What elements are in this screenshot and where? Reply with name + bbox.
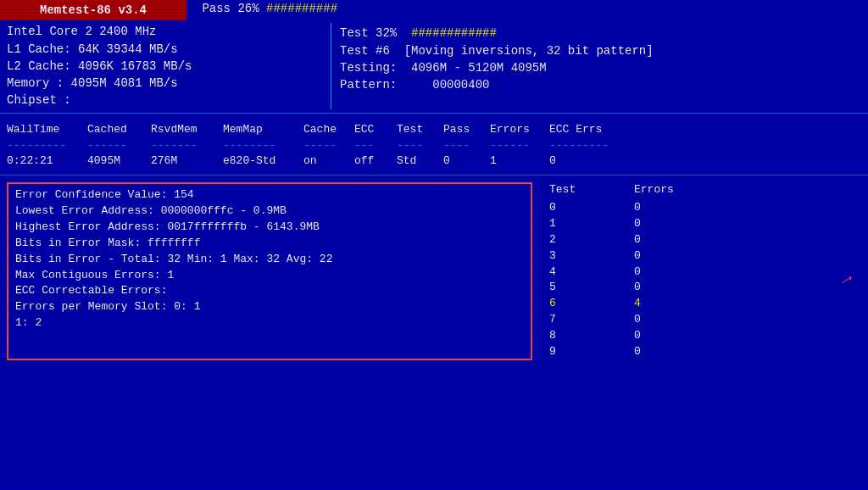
- dash-ecc: ---: [354, 138, 397, 154]
- te-row: 00: [549, 200, 861, 216]
- te-errors-val: 0: [634, 200, 641, 216]
- lowest-error: Lowest Error Address: 0000000fffc - 0.9M…: [15, 203, 524, 220]
- dash-walltime: ---------: [7, 138, 87, 154]
- cpu-info: Intel Core 2 2400 MHz: [7, 23, 331, 40]
- te-test-val: 9: [549, 344, 583, 360]
- dash-pass: ----: [443, 138, 490, 154]
- te-test-val: 5: [549, 280, 583, 296]
- dash-cache: -----: [303, 138, 354, 154]
- val-pass: 0: [443, 153, 490, 170]
- te-row: 70: [549, 312, 861, 328]
- dash-errors: ------: [490, 138, 549, 154]
- chipset-info: Chipset :: [7, 92, 331, 109]
- error-mask: Bits in Error Mask: ffffffff: [15, 236, 524, 252]
- system-info: Intel Core 2 2400 MHz L1 Cache: 64K 3934…: [0, 23, 331, 109]
- col-test-header: Test: [397, 122, 443, 138]
- bits-total: Bits in Error - Total: 32 Min: 1 Max: 32…: [15, 252, 524, 268]
- memtest-screen: Memtest-86 v3.4 Pass 26% ########## Inte…: [0, 0, 868, 490]
- stats-table: WallTime Cached RsvdMem MemMap Cache ECC…: [0, 117, 868, 172]
- te-row: 64: [549, 296, 861, 312]
- dash-test: ----: [397, 138, 443, 154]
- te-errors-val: 0: [634, 344, 641, 360]
- te-row: 30: [549, 248, 861, 264]
- col-memmap-header: MemMap: [223, 122, 303, 138]
- test-pct-row: Test 32% ############: [340, 25, 868, 42]
- te-row: 90: [549, 344, 861, 360]
- col-cache-header: Cache: [303, 122, 354, 138]
- val-walltime: 0:22:21: [7, 153, 87, 170]
- error-details-box: Error Confidence Value: 154 Lowest Error…: [7, 182, 532, 359]
- te-test-val: 8: [549, 328, 583, 344]
- pass-label: Pass 26% ##########: [186, 0, 337, 20]
- te-header-errors: Errors: [634, 182, 674, 198]
- ecc-correctable: ECC Correctable Errors:: [15, 283, 524, 299]
- val-ecc: off: [354, 153, 397, 170]
- te-header-test: Test: [549, 182, 583, 198]
- memory-info: Memory : 4095M 4081 MB/s: [7, 75, 331, 92]
- te-test-val: 0: [549, 200, 583, 216]
- dash-rsvdmem: -------: [151, 138, 223, 154]
- val-test: Std: [397, 153, 443, 170]
- dash-memmap: --------: [223, 138, 303, 154]
- te-errors-val: 4: [634, 296, 641, 312]
- val-cache: on: [303, 153, 354, 170]
- col-rsvdmem-header: RsvdMem: [151, 122, 223, 138]
- test-num-row: Test #6 [Moving inversions, 32 bit patte…: [340, 42, 868, 59]
- confidence-value: Error Confidence Value: 154: [15, 187, 524, 203]
- col-pass-header: Pass: [443, 122, 490, 138]
- pattern-row: Pattern: 00000400: [340, 76, 868, 93]
- te-test-val: 2: [549, 232, 583, 248]
- te-errors-val: 0: [634, 248, 641, 264]
- te-test-val: 7: [549, 312, 583, 328]
- max-contiguous: Max Contiguous Errors: 1: [15, 268, 524, 284]
- l2-cache: L2 Cache: 4096K 16783 MB/s: [7, 58, 331, 75]
- te-test-val: 4: [549, 264, 583, 281]
- te-test-val: 3: [549, 248, 583, 264]
- l1-cache: L1 Cache: 64K 39344 MB/s: [7, 41, 331, 58]
- col-errors-header: Errors: [490, 122, 549, 138]
- val-memmap: e820-Std: [223, 153, 303, 170]
- table-values-row: 0:22:21 4095M 276M e820-Std on off Std 0…: [7, 153, 861, 170]
- te-row: 10: [549, 216, 861, 232]
- test-errors-section: Test Errors 00102030405064708090 →: [541, 182, 861, 359]
- title-bar: Memtest-86 v3.4: [0, 0, 186, 20]
- te-test-val: 1: [549, 216, 583, 232]
- val-errors: 1: [490, 153, 549, 170]
- divider-1: [0, 113, 868, 114]
- te-row: 80: [549, 328, 861, 344]
- te-errors-val: 0: [634, 232, 641, 248]
- errors-per-slot: Errors per Memory Slot: 0: 1: [15, 299, 524, 315]
- te-errors-val: 0: [634, 280, 641, 296]
- test-progress: Test 32% ############ Test #6 [Moving in…: [331, 23, 868, 109]
- te-test-val: 6: [549, 296, 583, 312]
- col-ecc-header: ECC: [354, 122, 397, 138]
- dash-eccerrs: ---------: [549, 138, 617, 154]
- dash-cached: ------: [87, 138, 151, 154]
- te-rows: 00102030405064708090: [549, 200, 861, 359]
- te-errors-val: 0: [634, 264, 641, 281]
- errors-per-slot-2: 1: 2: [15, 315, 524, 331]
- col-cached-header: Cached: [87, 122, 151, 138]
- main-section: Error Confidence Value: 154 Lowest Error…: [0, 179, 868, 359]
- highest-error: Highest Error Address: 0017fffffffb - 61…: [15, 220, 524, 236]
- te-row: 50: [549, 280, 861, 296]
- divider-2: [0, 175, 868, 175]
- val-cached: 4095M: [87, 153, 151, 170]
- val-eccerrs: 0: [549, 153, 617, 170]
- te-row: 20: [549, 232, 861, 248]
- table-dashes-row: --------- ------ ------- -------- ----- …: [7, 138, 861, 154]
- col-walltime-header: WallTime: [7, 122, 87, 138]
- te-errors-val: 0: [634, 216, 641, 232]
- te-errors-val: 0: [634, 312, 641, 328]
- testing-row: Testing: 4096M - 5120M 4095M: [340, 59, 868, 76]
- te-header-row: Test Errors: [549, 182, 861, 198]
- te-errors-val: 0: [634, 328, 641, 344]
- table-header-row: WallTime Cached RsvdMem MemMap Cache ECC…: [7, 122, 861, 138]
- col-eccerrs-header: ECC Errs: [549, 122, 617, 138]
- te-row: 40: [549, 264, 861, 281]
- val-rsvdmem: 276M: [151, 153, 223, 170]
